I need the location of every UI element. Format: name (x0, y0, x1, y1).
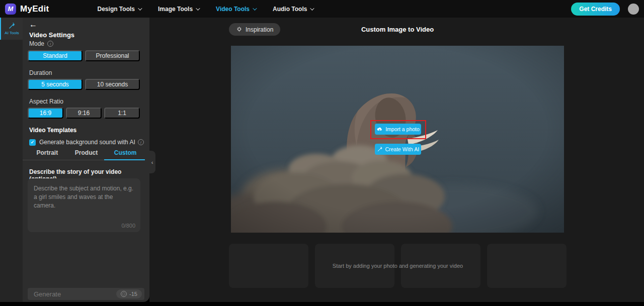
main-area: Inspiration Custom Image to Video (149, 18, 644, 302)
info-icon[interactable]: i (47, 41, 53, 47)
char-counter: 0/800 (121, 223, 135, 229)
video-templates-title-text: Video Templates (29, 127, 76, 134)
aspect-ratio-label-text: Aspect Ratio (29, 98, 63, 105)
thumbnail-placeholder (315, 244, 394, 288)
tab-custom[interactable]: Custom (106, 149, 145, 160)
sound-checkbox[interactable] (29, 139, 36, 146)
panel-title: Video Settings (29, 31, 74, 39)
left-rail: AI Tools (0, 18, 23, 302)
duration-label-text: Duration (29, 69, 52, 76)
tab-product[interactable]: Product (67, 149, 106, 160)
describe-textarea-wrap: 0/800 (28, 178, 140, 232)
template-tabs: Portrait Product Custom (28, 149, 145, 160)
mode-label: Mode i (29, 40, 53, 47)
thumbnail-placeholder (487, 244, 567, 288)
chevron-down-icon (138, 6, 142, 10)
mode-label-text: Mode (29, 40, 44, 47)
rail-label: AI Tools (5, 31, 19, 35)
create-with-ai-label: Create With AI (385, 146, 420, 152)
video-templates-title: Video Templates (29, 127, 76, 134)
aspect-ratio-label: Aspect Ratio (29, 98, 63, 105)
nav-design-tools[interactable]: Design Tools (98, 6, 141, 13)
aspect-9-16-button[interactable]: 9:16 (66, 108, 102, 119)
credit-cost-badge: -15 (116, 289, 142, 298)
sound-checkbox-row: Generate background sound with AI i (29, 139, 144, 146)
sidebar-item-ai-tools[interactable]: AI Tools (0, 18, 23, 40)
back-arrow-icon[interactable]: ← (29, 20, 37, 29)
nav-label: Video Tools (216, 6, 250, 13)
active-tab-underline (104, 159, 145, 160)
brand-name: MyEdit (20, 4, 49, 14)
duration-label: Duration (29, 69, 52, 76)
nav-audio-tools[interactable]: Audio Tools (273, 6, 313, 13)
mode-professional-button[interactable]: Professional (85, 50, 140, 61)
info-icon[interactable]: i (138, 139, 144, 145)
top-navbar: M MyEdit Design Tools Image Tools Video … (0, 0, 644, 18)
generate-button[interactable]: Generate -15 (28, 288, 144, 300)
import-photo-button[interactable]: Import a photo (375, 124, 421, 135)
mode-standard-button[interactable]: Standard (28, 50, 83, 61)
nav-menu: Design Tools Image Tools Video Tools Aud… (98, 6, 313, 13)
nav-label: Image Tools (158, 6, 193, 13)
page-title: Custom Image to Video (231, 26, 564, 33)
cloud-upload-icon (376, 126, 383, 133)
nav-image-tools[interactable]: Image Tools (158, 6, 199, 13)
nav-label: Audio Tools (273, 6, 307, 13)
magic-wand-icon (8, 22, 16, 30)
aspect-1-1-button[interactable]: 1:1 (104, 108, 140, 119)
coin-icon (121, 291, 127, 297)
import-photo-label: Import a photo (385, 126, 420, 132)
user-avatar[interactable] (628, 4, 639, 15)
chevron-left-icon: ‹ (151, 159, 153, 165)
nav-label: Design Tools (98, 6, 135, 13)
aspect-16-9-button[interactable]: 16:9 (28, 108, 63, 119)
credit-cost: -15 (129, 291, 137, 297)
myedit-logo-icon: M (5, 4, 16, 15)
generate-label: Generate (34, 290, 61, 298)
result-thumbnails: Start by adding your photo and generatin… (229, 244, 567, 288)
preview-image: Import a photo Create With AI (231, 46, 564, 233)
thumbnail-placeholder (229, 244, 308, 288)
sound-checkbox-label: Generate background sound with AI i (39, 139, 144, 146)
create-with-ai-button[interactable]: Create With AI (375, 144, 421, 155)
magic-wand-icon (377, 146, 383, 152)
thumbnail-placeholder (401, 244, 480, 288)
chevron-down-icon (196, 6, 200, 10)
chevron-down-icon (310, 6, 314, 10)
describe-textarea[interactable] (28, 178, 140, 221)
bottom-strip (0, 302, 644, 306)
chevron-down-icon (253, 6, 257, 10)
elephant-cloud-illustration (231, 46, 564, 233)
brand[interactable]: M MyEdit (5, 4, 49, 15)
panel-collapse-handle[interactable]: ‹ (149, 151, 155, 173)
duration-5s-button[interactable]: 5 seconds (28, 79, 83, 90)
get-credits-button[interactable]: Get Credits (571, 3, 620, 16)
nav-video-tools[interactable]: Video Tools (216, 6, 256, 13)
video-settings-panel: ← Video Settings Mode i Standard Profess… (23, 18, 149, 302)
duration-10s-button[interactable]: 10 seconds (85, 79, 140, 90)
tab-portrait[interactable]: Portrait (28, 149, 67, 160)
sound-checkbox-label-text: Generate background sound with AI (39, 139, 135, 146)
